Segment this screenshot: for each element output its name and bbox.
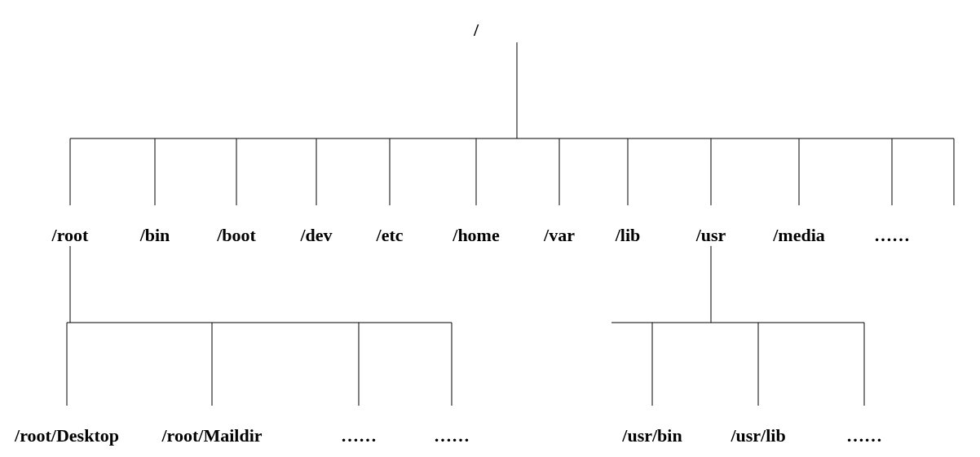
node-boot: /boot bbox=[217, 225, 256, 246]
node-root: /root bbox=[52, 225, 89, 246]
node-var: /var bbox=[544, 225, 575, 246]
node-usrchild-2: …… bbox=[846, 425, 882, 446]
node-rootchild-3: …… bbox=[434, 425, 470, 446]
node-bin: /bin bbox=[140, 225, 170, 246]
node-rootchild-1: /root/Maildir bbox=[161, 425, 262, 446]
node-: …… bbox=[874, 225, 910, 246]
node-etc: /etc bbox=[377, 225, 404, 246]
node-media: /media bbox=[773, 225, 825, 246]
node-rootchild-0: /root/Desktop bbox=[15, 425, 119, 446]
node-root: / bbox=[474, 20, 479, 41]
node-lib: /lib bbox=[616, 225, 641, 246]
node-dev: /dev bbox=[300, 225, 332, 246]
node-usrchild-0: /usr/bin bbox=[622, 425, 682, 446]
node-rootchild-2: …… bbox=[341, 425, 377, 446]
node-home: /home bbox=[452, 225, 499, 246]
filesystem-tree-diagram: //root/bin/boot/dev/etc/home/var/lib/usr… bbox=[0, 0, 980, 457]
node-usr: /usr bbox=[696, 225, 726, 246]
node-usrchild-1: /usr/lib bbox=[731, 425, 785, 446]
